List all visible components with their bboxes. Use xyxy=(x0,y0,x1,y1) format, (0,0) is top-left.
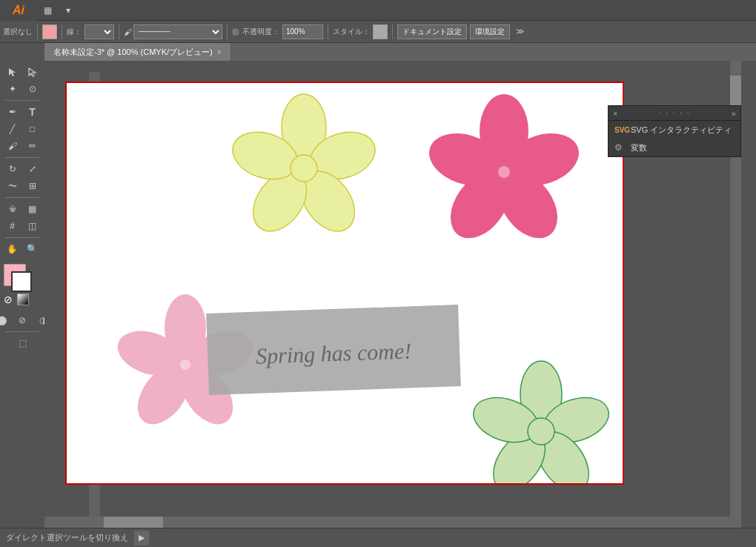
app-logo: Ai xyxy=(0,0,37,21)
direct-selection-tool[interactable] xyxy=(23,64,42,80)
tool-section-5 xyxy=(5,331,39,332)
free-transform-tool[interactable]: ⊞ xyxy=(23,178,42,194)
variables-label: 変数 xyxy=(631,142,647,153)
color-mode-btn[interactable]: ⬤ xyxy=(0,312,11,328)
dropdown-icon[interactable]: ▾ xyxy=(58,0,79,21)
main-area: 100 200 300 400 500 600 700 800 ✦ ⊙ ✒ xyxy=(0,61,756,528)
toolbar-divider-5 xyxy=(328,24,328,39)
svg-point-61 xyxy=(180,359,190,370)
svg-icon: SVG xyxy=(614,126,626,134)
pen-tool[interactable]: ✒ xyxy=(3,104,22,120)
opacity-icon: ◎ xyxy=(232,27,239,36)
graph-tool[interactable]: ▦ xyxy=(23,201,42,217)
style-swatch[interactable] xyxy=(373,24,388,39)
artboard-container: Spring has come! xyxy=(67,83,623,483)
hand-tool[interactable]: ✋ xyxy=(3,241,22,257)
color-swatch-area: ⊘ xyxy=(4,264,41,308)
opacity-label: 不透明度： xyxy=(242,27,279,37)
left-toolbar: ✦ ⊙ ✒ T ╱ □ 🖌 ✏ ↻ ⤢ 〜 ⊞ ※ ▦ # xyxy=(0,61,44,528)
wrap-tools: 〜 ⊞ xyxy=(3,178,42,194)
doc-settings-button[interactable]: ドキュメント設定 xyxy=(397,24,467,39)
brush-select[interactable]: ────── xyxy=(133,24,222,39)
selection-tool[interactable] xyxy=(3,64,22,80)
rect-tool[interactable]: □ xyxy=(23,121,42,137)
brush-icon: 🖌 xyxy=(124,27,132,36)
warp-tool[interactable]: 〜 xyxy=(3,178,22,194)
status-bar: ダイレクト選択ツールを切り換え ▶ xyxy=(0,528,756,547)
tab-bar: 名称未設定-3* @ 100% (CMYK/プレビュー) × xyxy=(44,43,756,61)
artboard[interactable]: Spring has come! xyxy=(67,83,623,483)
scale-tool[interactable]: ⤢ xyxy=(23,161,42,177)
paintbrush-tool[interactable]: 🖌 xyxy=(3,138,22,154)
brush-tools: 🖌 ✏ xyxy=(3,138,42,154)
scrollbar-thumb-right[interactable] xyxy=(730,76,741,105)
hand-zoom-tools: ✋ 🔍 xyxy=(3,241,42,257)
rotate-tools: ↻ ⤢ xyxy=(3,161,42,177)
tool-section-1 xyxy=(5,100,39,101)
selection-label: 選択なし xyxy=(3,27,33,37)
toolbar-divider-1 xyxy=(37,24,38,39)
fill-swatch[interactable] xyxy=(42,24,57,39)
svg-panel-drag-handle[interactable]: · · · · · xyxy=(659,109,691,117)
toolbar-divider-6 xyxy=(392,24,393,39)
type-tool[interactable]: T xyxy=(23,104,42,120)
svg-panel-close-icon[interactable]: × xyxy=(613,109,617,118)
svg-interactivity-label: SVG インタラクティビティ xyxy=(631,125,732,136)
none-swatch[interactable]: ⊘ xyxy=(4,294,13,305)
pen-tools: ✒ T xyxy=(3,104,42,120)
document-tab[interactable]: 名称未設定-3* @ 100% (CMYK/プレビュー) × xyxy=(44,43,231,61)
main-toolbar: 選択なし 線： 🖌 ────── ◎ 不透明度： スタイル： ドキュメント設定 … xyxy=(0,21,756,43)
svg-panel-header: × · · · · · » xyxy=(609,106,740,121)
svg-point-47 xyxy=(291,155,317,182)
stroke-select[interactable] xyxy=(84,24,114,39)
stroke-color-swatch[interactable] xyxy=(11,271,32,292)
toolbar-divider-3 xyxy=(119,24,119,39)
svg-interactivity-item[interactable]: SVG SVG インタラクティビティ xyxy=(609,121,740,139)
lasso-tool[interactable]: ⊙ xyxy=(23,81,42,97)
menu-bar: Ai ▦ ▾ xyxy=(0,0,756,21)
tool-section-4 xyxy=(5,237,39,238)
toolbar-divider-4 xyxy=(227,24,228,39)
opacity-input[interactable] xyxy=(282,24,323,39)
tool-section-2 xyxy=(5,157,39,158)
more-icon[interactable]: ≫ xyxy=(516,27,525,36)
tab-close-icon[interactable]: × xyxy=(217,48,222,56)
line-tools: ╱ □ xyxy=(3,121,42,137)
svg-panel: × · · · · · » SVG SVG インタラクティビティ ⚙ 変数 xyxy=(608,105,741,157)
zoom-tool[interactable]: 🔍 xyxy=(23,241,42,257)
gradient-swatch[interactable] xyxy=(17,294,29,305)
stroke-label: 線： xyxy=(67,27,82,37)
scrollbar-bottom[interactable] xyxy=(44,517,741,528)
env-settings-button[interactable]: 環境設定 xyxy=(470,24,510,39)
selection-tools xyxy=(3,64,42,80)
scrollbar-thumb-bottom[interactable] xyxy=(104,517,163,528)
magic-lasso-tools: ✦ ⊙ xyxy=(3,81,42,97)
magic-wand-tool[interactable]: ✦ xyxy=(3,81,22,97)
gear-icon: ⚙ xyxy=(614,142,626,153)
style-label: スタイル： xyxy=(333,27,370,37)
rotate-tool[interactable]: ↻ xyxy=(3,161,22,177)
artboard-tool[interactable]: ⬚ xyxy=(13,335,32,351)
tab-title: 名称未設定-3* @ 100% (CMYK/プレビュー) xyxy=(53,47,213,58)
gradient-tool[interactable]: ◫ xyxy=(23,218,42,234)
variables-item[interactable]: ⚙ 変数 xyxy=(609,139,740,156)
svg-panel-expand-icon[interactable]: » xyxy=(732,109,736,118)
symbol-tool[interactable]: ※ xyxy=(3,201,22,217)
menu-icon[interactable]: ▦ xyxy=(37,0,58,21)
mesh-tool[interactable]: # xyxy=(3,218,22,234)
mesh-tools: # ◫ xyxy=(3,218,42,234)
line-tool[interactable]: ╱ xyxy=(3,121,22,137)
pencil-tool[interactable]: ✏ xyxy=(23,138,42,154)
svg-point-54 xyxy=(498,166,510,178)
svg-point-67 xyxy=(528,418,554,445)
graph-tools: ※ ▦ xyxy=(3,201,42,217)
none-mode-btn[interactable]: ⊘ xyxy=(13,312,32,328)
status-arrow[interactable]: ▶ xyxy=(134,531,149,546)
status-text: ダイレクト選択ツールを切り換え xyxy=(6,532,128,543)
toolbar-divider-2 xyxy=(62,24,62,39)
tool-section-3 xyxy=(5,197,39,198)
